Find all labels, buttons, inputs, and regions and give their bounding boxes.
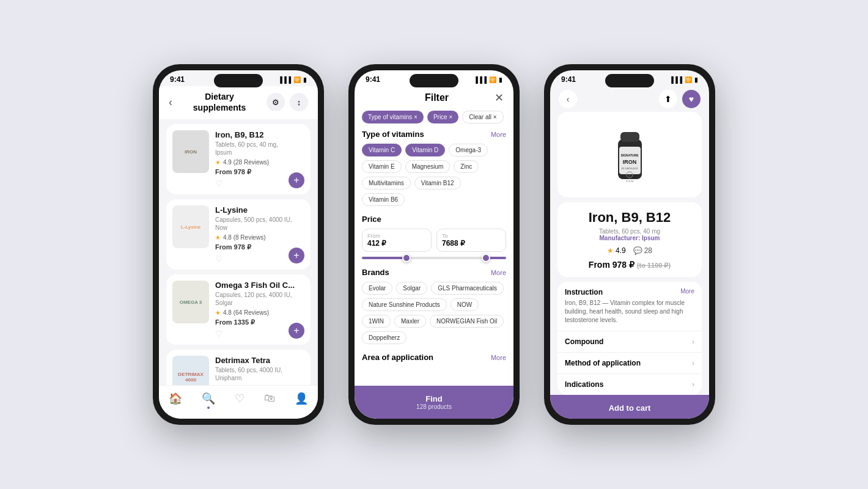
slider-thumb-right[interactable] (482, 254, 490, 262)
detail-rating: ★ 4.9 (607, 246, 626, 255)
vitamin-chip[interactable]: Multivitamins (362, 177, 411, 189)
vitamins-title: Type of vitamins (362, 130, 424, 139)
detail-price-orig: (to 1100 ₽) (637, 262, 671, 269)
svg-text:IRON: IRON (622, 159, 636, 165)
instruction-more[interactable]: More (680, 288, 694, 295)
vitamin-chip[interactable]: Vitamin B12 (414, 177, 461, 189)
vitamin-chip[interactable]: Vitamin C (362, 144, 402, 156)
svg-text:✓: ✓ (628, 174, 631, 177)
star: ★ (215, 159, 221, 166)
vitamin-chip[interactable]: Omega-3 (449, 144, 488, 156)
manufacturer-link[interactable]: Ipsum (642, 235, 660, 241)
brands-more[interactable]: More (491, 269, 506, 276)
product-name: Omega 3 Fish Oil C... (215, 281, 304, 290)
dynamic-island-1 (214, 74, 263, 87)
brand-chip[interactable]: GLS Pharmaceuticals (431, 282, 504, 295)
area-more[interactable]: More (491, 354, 506, 361)
detail-product-manufacturer: Manufacturer: Ipsum (565, 235, 694, 241)
price-from-value: 412 ₽ (367, 239, 426, 248)
tag-price[interactable]: Price × (427, 111, 458, 123)
product-img: L-Lysine (172, 205, 209, 248)
product-desc: Tablets, 60 pcs, 4000 IU,Unipharm (215, 366, 304, 382)
product-card[interactable]: IRON Iron, B9, B12 Tablets, 60 pcs, 40 m… (166, 124, 311, 194)
brand-chip[interactable]: Doppelherz (362, 331, 406, 344)
status-icons-2: ▐▐▐ 🛜 ▮ (474, 76, 502, 83)
indications-row[interactable]: Indications › (557, 374, 702, 395)
instruction-header: Instruction More (565, 288, 694, 296)
find-button-wrapper[interactable]: Find 128 products (355, 386, 513, 419)
filter-close-button[interactable]: ✕ (495, 91, 504, 105)
slider-thumb-left[interactable] (402, 254, 411, 262)
brand-chip[interactable]: Maxler (394, 315, 426, 328)
brand-chip[interactable]: Nature Sunshine Products (362, 298, 447, 311)
area-section-header: Area of application More (362, 353, 506, 362)
product-card[interactable]: DETRIMAX 4000 Detrimax Tetra Tablets, 60… (166, 350, 311, 385)
product-img: DETRIMAX 4000 (172, 356, 209, 385)
indications-label: Indications (565, 380, 603, 389)
filter-header: Filter ✕ (355, 86, 513, 111)
nav-profile[interactable]: 👤 (295, 392, 308, 409)
svg-text:60 CAPSULES: 60 CAPSULES (621, 167, 638, 170)
vitamin-chip[interactable]: Vitamin E (362, 160, 402, 173)
vitamins-more[interactable]: More (491, 131, 506, 138)
nav-wishlist[interactable]: ♡ (235, 392, 245, 409)
detail-price: From 978 ₽ (to 1100 ₽) (565, 260, 694, 270)
find-button-label: Find (363, 394, 505, 403)
phone-screen2: 9:41 ▐▐▐ 🛜 ▮ Filter ✕ Type of vitamins × (348, 64, 520, 425)
price-from-box[interactable]: From 412 ₽ (362, 229, 432, 252)
header-icons: ⚙ ↕ (267, 93, 308, 111)
tag-clear-all[interactable]: Clear all × (462, 111, 503, 123)
price-section: Price From 412 ₽ To 7688 ₽ (362, 215, 506, 259)
status-icons-3: ▐▐▐ 🛜 ▮ (669, 76, 698, 83)
filter-icon-btn[interactable]: ⚙ (267, 93, 285, 111)
price-section-header: Price (362, 215, 506, 224)
price-inputs: From 412 ₽ To 7688 ₽ (362, 229, 506, 252)
wifi-icon-3: 🛜 (685, 76, 692, 83)
product-name: L-Lysine (215, 205, 304, 215)
nav-cart[interactable]: 🛍 (264, 392, 275, 409)
vitamin-chip[interactable]: Vitamin D (405, 144, 445, 156)
price-slider[interactable] (362, 257, 506, 259)
method-label: Method of application (565, 359, 641, 367)
compound-row[interactable]: Compound › (557, 331, 702, 353)
product-image-area: SIGNATURE IRON 60 CAPSULES ✓ IPSUM (557, 112, 702, 197)
star: ★ (215, 309, 221, 316)
signal-icon-2: ▐▐▐ (474, 76, 487, 83)
vitamin-chip[interactable]: Vitamin B6 (362, 193, 405, 206)
add-to-cart-button[interactable]: Add to cart (550, 395, 709, 419)
share-button[interactable]: ⬆ (659, 90, 677, 108)
star: ★ (215, 384, 221, 385)
area-section: Area of application More (362, 353, 506, 362)
wifi-icon-2: 🛜 (489, 76, 496, 83)
product-img: IRON (172, 130, 209, 173)
brand-chip[interactable]: Evolar (362, 282, 392, 295)
brand-chip[interactable]: Solgar (396, 282, 427, 295)
sort-icon-btn[interactable]: ↕ (290, 93, 308, 111)
detail-product-info: Iron, B9, B12 Tablets, 60 pcs, 40 mg Man… (557, 202, 702, 277)
product-card[interactable]: L-Lysine L-Lysine Capsules, 500 pcs, 400… (166, 199, 311, 270)
brand-chip[interactable]: NORWEGIAN Fish Oil (430, 315, 504, 328)
vitamin-chip[interactable]: Zinc (454, 160, 479, 173)
phone-screen3: 9:41 ▐▐▐ 🛜 ▮ ‹ ⬆ ♥ (544, 64, 715, 425)
vitamin-chip[interactable]: Magnesium (405, 160, 451, 173)
star: ★ (215, 234, 221, 241)
product-info: Detrimax Tetra Tablets, 60 pcs, 4000 IU,… (215, 356, 304, 385)
instruction-text: Iron, B9, B12 — Vitamin complex for musc… (565, 299, 694, 325)
price-to-box[interactable]: To 7688 ₽ (436, 229, 506, 252)
favorite-button[interactable]: ♥ (682, 90, 701, 108)
brands-section: Brands More EvolarSolgarGLS Pharmaceutic… (362, 268, 506, 344)
nav-search[interactable]: 🔍 (202, 392, 215, 409)
brand-chip[interactable]: NOW (451, 298, 479, 311)
detail-back-button[interactable]: ‹ (559, 90, 577, 108)
nav-home[interactable]: 🏠 (169, 392, 182, 409)
screens-container: 9:41 ▐▐▐ 🛜 ▮ ‹ Dietary supplements ⚙ ↕ (0, 0, 868, 489)
brand-chip[interactable]: 1WIN (362, 315, 391, 328)
compound-label: Compound (565, 337, 603, 346)
back-button[interactable]: ‹ (169, 96, 172, 109)
product-card[interactable]: OMEGA 3 Omega 3 Fish Oil C... Capsules, … (166, 274, 311, 345)
method-row[interactable]: Method of application › (557, 353, 702, 374)
tag-vitamins[interactable]: Type of vitamins × (362, 111, 424, 123)
find-count-label: 128 products (363, 403, 505, 410)
dynamic-island-3 (605, 74, 654, 87)
detail-action-buttons: ⬆ ♥ (659, 90, 701, 108)
